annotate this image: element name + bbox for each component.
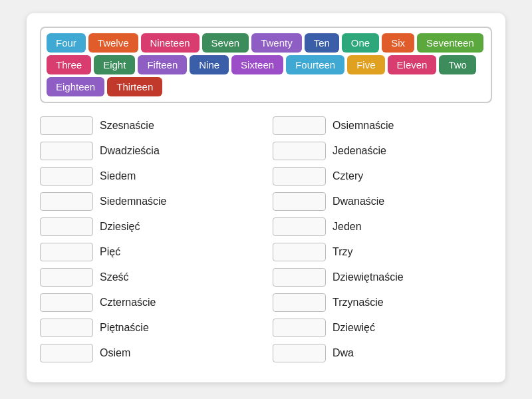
answer-box[interactable] bbox=[273, 167, 326, 186]
word-chip-one[interactable]: One bbox=[342, 33, 379, 53]
right-column: OsiemnaścieJedenaścieCzteryDwanaścieJede… bbox=[273, 116, 492, 369]
answer-box[interactable] bbox=[40, 192, 93, 211]
match-row: Piętnaście bbox=[40, 319, 259, 337]
word-chip-eleven[interactable]: Eleven bbox=[388, 55, 437, 74]
answer-box[interactable] bbox=[40, 344, 93, 362]
answer-box[interactable] bbox=[273, 268, 326, 287]
left-column: SzesnaścieDwadzieściaSiedemSiedemnaścieD… bbox=[40, 116, 259, 369]
answer-box[interactable] bbox=[40, 319, 93, 337]
word-chip-fourteen[interactable]: Fourteen bbox=[286, 55, 344, 74]
answer-box[interactable] bbox=[273, 116, 326, 135]
match-row: Dwadzieścia bbox=[40, 142, 259, 160]
match-row: Dwanaście bbox=[273, 192, 492, 211]
polish-word: Czternaście bbox=[100, 297, 156, 309]
polish-word: Jeden bbox=[332, 221, 362, 233]
match-row: Siedemnaście bbox=[40, 192, 259, 211]
word-chip-four[interactable]: Four bbox=[47, 33, 86, 53]
answer-box[interactable] bbox=[273, 243, 326, 261]
match-area: SzesnaścieDwadzieściaSiedemSiedemnaścieD… bbox=[40, 116, 492, 369]
match-row: Sześć bbox=[40, 268, 259, 287]
answer-box[interactable] bbox=[273, 293, 326, 312]
word-chip-sixteen[interactable]: Sixteen bbox=[231, 55, 283, 74]
match-row: Trzynaście bbox=[273, 293, 492, 312]
word-chip-eighteen[interactable]: Eighteen bbox=[47, 77, 104, 96]
polish-word: Siedemnaście bbox=[100, 196, 167, 207]
match-row: Siedem bbox=[40, 167, 259, 186]
word-chip-twelve[interactable]: Twelve bbox=[88, 33, 138, 53]
polish-word: Dwa bbox=[332, 347, 354, 359]
polish-word: Osiem bbox=[100, 347, 130, 359]
polish-word: Trzynaście bbox=[332, 297, 384, 309]
answer-box[interactable] bbox=[273, 217, 326, 236]
answer-box[interactable] bbox=[273, 344, 326, 362]
polish-word: Siedem bbox=[100, 170, 136, 182]
answer-box[interactable] bbox=[40, 116, 93, 135]
match-row: Jeden bbox=[273, 217, 492, 236]
word-chip-fifteen[interactable]: Fifteen bbox=[138, 55, 187, 74]
match-row: Jedenaście bbox=[273, 142, 492, 160]
match-row: Dziewiętnaście bbox=[273, 268, 492, 287]
match-row: Szesnaście bbox=[40, 116, 259, 135]
answer-box[interactable] bbox=[40, 217, 93, 236]
word-chip-six[interactable]: Six bbox=[382, 33, 414, 53]
polish-word: Trzy bbox=[332, 246, 353, 258]
polish-word: Pięć bbox=[100, 246, 120, 258]
match-row: Dziesięć bbox=[40, 217, 259, 236]
answer-box[interactable] bbox=[40, 142, 93, 160]
word-chip-eight[interactable]: Eight bbox=[94, 55, 135, 74]
word-chip-two[interactable]: Two bbox=[439, 55, 476, 74]
match-row: Cztery bbox=[273, 167, 492, 186]
word-chip-thirteen[interactable]: Thirteen bbox=[107, 77, 162, 96]
word-chip-twenty[interactable]: Twenty bbox=[251, 33, 302, 53]
polish-word: Dwanaście bbox=[332, 196, 384, 207]
match-row: Dziewięć bbox=[273, 319, 492, 337]
word-bank: FourTwelveNineteenSevenTwentyTenOneSixSe… bbox=[40, 27, 492, 103]
match-row: Osiemnaście bbox=[273, 116, 492, 135]
answer-box[interactable] bbox=[40, 268, 93, 287]
polish-word: Szesnaście bbox=[100, 120, 154, 132]
polish-word: Dziewiętnaście bbox=[332, 271, 404, 283]
word-chip-nine[interactable]: Nine bbox=[190, 55, 229, 74]
polish-word: Dwadzieścia bbox=[100, 145, 160, 157]
answer-box[interactable] bbox=[40, 293, 93, 312]
word-chip-seven[interactable]: Seven bbox=[202, 33, 249, 53]
word-chip-five[interactable]: Five bbox=[347, 55, 384, 74]
answer-box[interactable] bbox=[273, 319, 326, 337]
word-chip-nineteen[interactable]: Nineteen bbox=[141, 33, 200, 53]
polish-word: Dziesięć bbox=[100, 221, 140, 233]
answer-box[interactable] bbox=[273, 142, 326, 160]
polish-word: Dziewięć bbox=[332, 322, 375, 334]
polish-word: Cztery bbox=[332, 170, 363, 182]
match-row: Pięć bbox=[40, 243, 259, 261]
word-chip-ten[interactable]: Ten bbox=[305, 33, 339, 53]
answer-box[interactable] bbox=[40, 167, 93, 186]
answer-box[interactable] bbox=[273, 192, 326, 211]
polish-word: Jedenaście bbox=[332, 145, 386, 157]
match-row: Osiem bbox=[40, 344, 259, 362]
match-row: Trzy bbox=[273, 243, 492, 261]
answer-box[interactable] bbox=[40, 243, 93, 261]
main-container: FourTwelveNineteenSevenTwentyTenOneSixSe… bbox=[27, 13, 505, 382]
polish-word: Sześć bbox=[100, 271, 129, 283]
word-chip-seventeen[interactable]: Seventeen bbox=[417, 33, 483, 53]
polish-word: Osiemnaście bbox=[332, 120, 394, 132]
match-row: Dwa bbox=[273, 344, 492, 362]
match-row: Czternaście bbox=[40, 293, 259, 312]
word-chip-three[interactable]: Three bbox=[47, 55, 91, 74]
polish-word: Piętnaście bbox=[100, 322, 149, 334]
